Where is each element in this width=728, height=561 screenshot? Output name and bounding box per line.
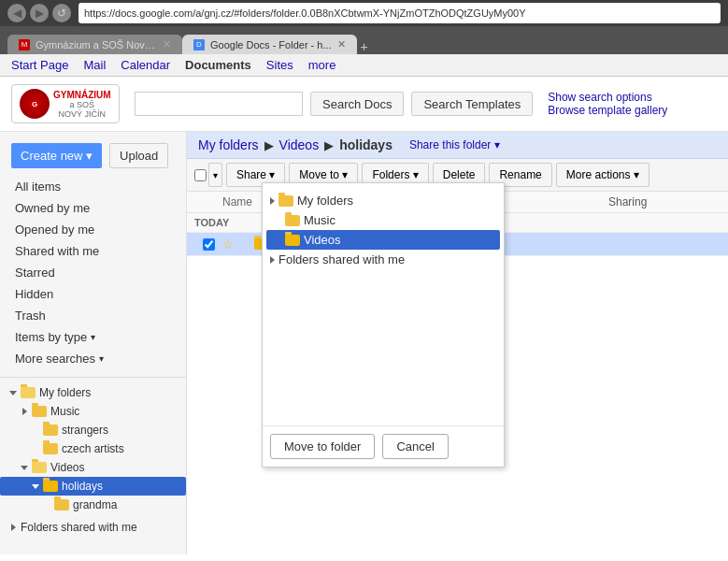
move-overlay-footer: Move to folder Cancel [263,426,504,467]
sidebar-item-all-items[interactable]: All items [0,176,186,197]
main-layout: Create new ▾ Upload All items Owned by m… [0,132,728,554]
music-folder-icon [32,406,47,417]
sidebar-item-shared-with-me[interactable]: Shared with me [0,240,186,262]
sidebar-item-items-by-type[interactable]: Items by type ▾ [0,326,186,348]
search-input[interactable] [135,92,303,116]
tree-grandma[interactable]: grandma [0,496,186,514]
move-tree-music[interactable]: Music [266,210,500,230]
browser-controls: ◀ ▶ ↺ [7,4,71,22]
my-folders-label: My folders [39,386,91,399]
my-folders-icon [21,387,36,398]
tree-holidays[interactable]: holidays [0,477,186,496]
forward-button[interactable]: ▶ [30,4,49,22]
tree-toggle-videos[interactable] [19,466,32,470]
move-tree-videos[interactable]: Videos [266,230,500,250]
shared-with-me-label: Shared with me [15,244,99,258]
tab2-close[interactable]: ✕ [337,38,346,50]
tree-my-folders[interactable]: My folders [0,383,186,402]
sidebar-item-opened-by-me[interactable]: Opened by me [0,219,186,240]
breadcrumb-videos[interactable]: Videos [279,137,320,152]
nav-sites[interactable]: Sites [266,58,293,72]
upload-button[interactable]: Upload [109,143,168,168]
tab1-title: Gymnázium a SOŠ Nový ... [36,39,157,50]
search-docs-button[interactable]: Search Docs [310,92,404,116]
sidebar-item-owned-by-me[interactable]: Owned by me [0,197,186,219]
tree-toggle-holidays[interactable] [30,484,43,489]
move-my-folders-label: My folders [297,194,353,208]
create-new-button[interactable]: Create new ▾ [11,143,102,168]
move-tree-toggle-my-folders [270,197,275,205]
header-sharing-col: Sharing [608,195,721,209]
logo-emblem: G [20,89,50,119]
move-videos-label: Videos [304,233,341,247]
nav-mail[interactable]: Mail [83,58,106,72]
share-folder-button[interactable]: Share this folder ▾ [409,138,500,151]
sidebar-item-trash[interactable]: Trash [0,305,186,326]
nav-documents[interactable]: Documents [185,58,251,72]
tree-czech-artists[interactable]: czech artists [0,439,186,458]
sidebar-item-more-searches[interactable]: More searches ▾ [0,348,186,369]
czech-artists-label: czech artists [62,442,124,455]
move-videos-icon [285,235,300,246]
move-music-icon [285,215,300,226]
tree-folders-shared[interactable]: Folders shared with me [0,518,186,537]
nav-bar: Start Page Mail Calendar Documents Sites… [0,54,728,77]
browser-tab-2[interactable]: D Google Docs - Folder - h... ✕ [182,35,357,54]
move-tree-my-folders[interactable]: My folders [266,191,500,210]
tab1-close[interactable]: ✕ [163,38,171,50]
search-templates-button[interactable]: Search Templates [411,92,533,116]
row-checkbox[interactable] [203,238,215,251]
address-bar[interactable]: https://docs.google.com/a/gnj.cz/#folder… [79,3,721,23]
sidebar-item-starred[interactable]: Starred [0,262,186,283]
star-cell[interactable]: ☆ [222,237,239,252]
row-checkbox-cell [194,238,222,251]
browser-tab-1[interactable]: M Gymnázium a SOŠ Nový ... ✕ [7,35,182,54]
move-to-folder-button[interactable]: Move to folder [270,434,375,459]
starred-label: Starred [15,266,55,280]
nav-more[interactable]: more [308,58,336,72]
holidays-label: holidays [62,480,103,493]
browser-frame: ◀ ▶ ↺ https://docs.google.com/a/gnj.cz/#… [0,0,728,26]
tab2-favicon: D [193,39,205,50]
more-searches-label: More searches [15,352,95,366]
search-links: Show search options Browse template gall… [548,91,667,117]
logo-box: G GYMNÁZIUM a SOŠ NOVÝ JIČÍN [11,84,120,123]
nav-start-page[interactable]: Start Page [11,58,68,72]
move-my-folders-icon [278,195,293,207]
refresh-button[interactable]: ↺ [52,4,71,22]
breadcrumb-my-folders[interactable]: My folders [198,137,259,152]
browse-gallery-link[interactable]: Browse template gallery [548,104,667,117]
tree-strangers[interactable]: strangers [0,421,186,439]
items-by-type-arrow: ▾ [91,332,95,342]
tree-toggle-shared[interactable] [7,524,21,531]
sidebar-item-hidden[interactable]: Hidden [0,283,186,305]
check-area: ▾ [194,163,222,187]
strangers-folder-icon [43,424,58,436]
content-area: My folders ▶ Videos ▶ holidays Share thi… [187,132,728,554]
checkbox-dropdown[interactable]: ▾ [208,163,222,187]
select-all-checkbox[interactable] [194,169,207,181]
videos-label: Videos [50,461,84,474]
tree-toggle-my-folders[interactable] [7,391,21,396]
logo-title-1: GYMNÁZIUM [53,90,111,100]
breadcrumb-current: holidays [339,137,393,152]
folder-tree: My folders Music strangers czech artists [0,377,186,537]
new-tab-button[interactable]: + [357,39,372,54]
music-label: Music [50,405,79,418]
address-text: https://docs.google.com/a/gnj.cz/#folder… [84,7,526,19]
all-items-label: All items [15,180,61,194]
tree-toggle-music[interactable] [19,408,32,415]
move-shared-toggle [270,256,275,264]
opened-by-me-label: Opened by me [15,223,94,237]
tree-videos[interactable]: Videos [0,458,186,477]
show-search-options-link[interactable]: Show search options [548,91,667,104]
more-actions-button[interactable]: More actions ▾ [556,163,649,187]
move-tree-shared[interactable]: Folders shared with me [266,250,500,269]
cancel-button[interactable]: Cancel [382,434,448,459]
move-to-overlay: My folders Music Videos Folders shared w… [262,182,505,468]
tree-music[interactable]: Music [0,402,186,421]
breadcrumb-arrow-1: ▶ [264,138,274,152]
back-button[interactable]: ◀ [7,4,26,22]
logo-title-2: a SOŠ [53,100,111,109]
nav-calendar[interactable]: Calendar [121,58,170,72]
